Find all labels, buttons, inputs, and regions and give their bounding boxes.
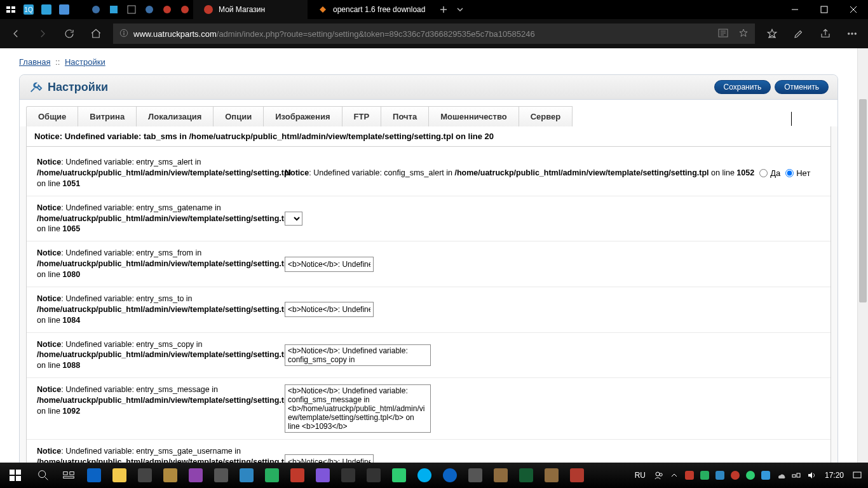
radio-sms-alert-no[interactable]: Нет: [785, 168, 810, 178]
window-minimize-button[interactable]: [780, 0, 810, 19]
tray-onedrive-icon[interactable]: [774, 463, 788, 488]
task-app-icon[interactable]: [513, 463, 539, 488]
tray-app-icon[interactable]: [713, 463, 727, 488]
task-app-icon[interactable]: [183, 463, 208, 488]
tabs-chevron-icon[interactable]: [452, 1, 468, 18]
nav-refresh-button[interactable]: [56, 19, 83, 48]
radio-sms-alert-yes[interactable]: Да: [759, 168, 780, 178]
breadcrumb-here[interactable]: Настройки: [65, 57, 105, 67]
site-info-icon[interactable]: [119, 29, 128, 39]
browser-tab-active[interactable]: Мой Магазин: [193, 0, 308, 19]
task-app-icon[interactable]: [158, 463, 183, 488]
tab-ftp[interactable]: FTP: [342, 106, 382, 126]
reading-list-icon[interactable]: [759, 19, 785, 48]
tray-volume-icon[interactable]: [804, 463, 818, 488]
page-scrollbar[interactable]: [857, 48, 868, 463]
text-caret: [791, 112, 792, 126]
window-maximize-button[interactable]: [810, 0, 839, 19]
new-tab-button[interactable]: [435, 1, 452, 18]
task-edge-icon[interactable]: [437, 463, 463, 488]
svg-rect-35: [797, 473, 800, 477]
window-icon: [123, 1, 140, 18]
address-bar[interactable]: www.uatruckparts.com/admin/index.php?rou…: [113, 24, 755, 44]
tray-clock[interactable]: 17:20: [820, 471, 849, 480]
svg-rect-9: [110, 6, 118, 13]
taskview-icon[interactable]: [3, 1, 19, 18]
input-sms-from[interactable]: [285, 257, 374, 272]
svg-point-28: [39, 471, 46, 478]
tray-network-icon[interactable]: [789, 463, 803, 488]
tray-chevron-up-icon[interactable]: [667, 463, 681, 488]
task-app-icon[interactable]: [132, 463, 158, 488]
task-skype-icon[interactable]: [412, 463, 437, 488]
tab-fraud[interactable]: Мошенничество: [428, 106, 519, 126]
svg-rect-34: [792, 475, 796, 477]
scrollbar-thumb[interactable]: [859, 99, 867, 302]
input-sms-gate-username[interactable]: [285, 454, 374, 463]
tab-local[interactable]: Локализация: [136, 106, 214, 126]
task-search-icon[interactable]: [31, 463, 56, 488]
task-app-icon[interactable]: [336, 463, 361, 488]
tab-general[interactable]: Общие: [26, 106, 78, 126]
tray-people-icon[interactable]: [652, 463, 666, 488]
tab-mail[interactable]: Почта: [381, 106, 429, 126]
task-app-icon[interactable]: [81, 463, 107, 488]
task-app-icon[interactable]: [285, 463, 310, 488]
tab-server[interactable]: Сервер: [519, 106, 573, 126]
tab-option[interactable]: Опции: [213, 106, 264, 126]
textarea-sms-message[interactable]: <b>Notice</b>: Undefined variable: confi…: [285, 384, 431, 433]
notes-icon[interactable]: [785, 19, 812, 48]
breadcrumb-home[interactable]: Главная: [19, 57, 50, 67]
settings-panel: Настройки Сохранить Отменить Общие Витри…: [19, 74, 838, 463]
task-app-icon[interactable]: [386, 463, 412, 488]
task-app-icon[interactable]: [539, 463, 564, 488]
tab-image[interactable]: Изображения: [263, 106, 342, 126]
favorite-star-icon[interactable]: [738, 28, 749, 40]
red-dot-icon: [159, 1, 175, 18]
task-app-icon[interactable]: [361, 463, 386, 488]
tray-app-icon[interactable]: [759, 463, 773, 488]
task-filezilla-icon[interactable]: [564, 463, 590, 488]
task-taskview-icon[interactable]: [56, 463, 81, 488]
svg-rect-7: [59, 4, 69, 15]
tray-app-icon[interactable]: [743, 463, 757, 488]
window-close-button[interactable]: [839, 0, 868, 19]
more-menu-icon[interactable]: [839, 19, 865, 48]
svg-rect-29: [64, 472, 67, 475]
blue-sq-icon: [105, 1, 122, 18]
save-button[interactable]: Сохранить: [714, 80, 771, 94]
task-app-icon[interactable]: [488, 463, 513, 488]
textarea-sms-copy[interactable]: <b>Notice</b>: Undefined variable: confi…: [285, 344, 431, 366]
task-app-icon[interactable]: [208, 463, 234, 488]
nav-home-button[interactable]: [83, 19, 109, 48]
svg-rect-27: [16, 476, 21, 481]
browser-tab[interactable]: opencart 1.6 free download: [308, 0, 435, 19]
svg-point-8: [92, 6, 100, 13]
tray-app-icon[interactable]: [682, 463, 696, 488]
value-sms-alert-notice: Notice: Undefined variable: config_sms_a…: [285, 168, 754, 177]
page-title: Настройки: [48, 81, 108, 94]
task-app-icon[interactable]: [310, 463, 336, 488]
globe-icon: [141, 1, 158, 18]
tray-language[interactable]: RU: [630, 471, 651, 480]
share-icon[interactable]: [812, 19, 839, 48]
tray-notifications-icon[interactable]: [850, 463, 864, 488]
start-button[interactable]: [0, 463, 31, 488]
svg-rect-36: [853, 472, 861, 478]
select-sms-gatename[interactable]: [285, 212, 302, 226]
task-app-icon[interactable]: [463, 463, 488, 488]
tray-app-icon[interactable]: [698, 463, 712, 488]
task-app-icon[interactable]: [234, 463, 259, 488]
task-app-icon[interactable]: [259, 463, 285, 488]
svg-rect-31: [64, 477, 74, 478]
tray-app-icon[interactable]: [728, 463, 742, 488]
input-sms-to[interactable]: [285, 302, 374, 317]
tab-label: opencart 1.6 free download: [333, 5, 425, 14]
svg-rect-10: [128, 6, 135, 13]
cancel-button[interactable]: Отменить: [775, 80, 829, 94]
task-explorer-icon[interactable]: [107, 463, 132, 488]
tab-store[interactable]: Витрина: [78, 106, 137, 126]
nav-back-button[interactable]: [3, 19, 29, 48]
reader-mode-icon[interactable]: [718, 28, 728, 40]
nav-forward-button[interactable]: [29, 19, 56, 48]
